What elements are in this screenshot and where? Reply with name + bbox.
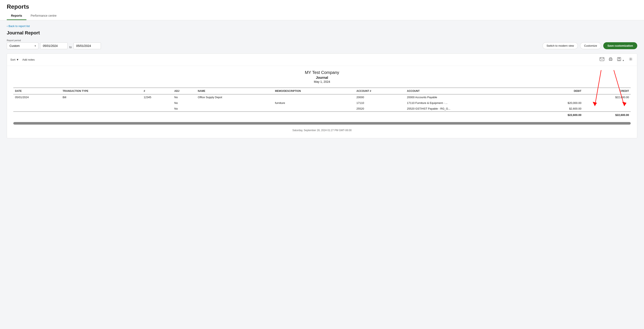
col-account-num: ACCOUNT # <box>355 88 405 94</box>
col-account: ACCOUNT <box>405 88 536 94</box>
horizontal-scrollbar[interactable] <box>13 122 631 124</box>
report-title: Journal Report <box>7 30 637 36</box>
total-row: $22,600.00 $22,600.00 <box>13 112 631 118</box>
col-name: NAME <box>196 88 273 94</box>
col-memo: MEMO/DESCRIPTION <box>273 88 355 94</box>
date-from-input[interactable] <box>40 42 68 49</box>
journal-table: DATE TRANSACTION TYPE # ADJ NAME MEMO/DE… <box>13 88 631 118</box>
back-to-report-list[interactable]: ‹ Back to report list <box>7 24 637 28</box>
tab-bar: Reports Performance centre <box>7 12 637 20</box>
table-row: No 25520 25520 GST/HST Payable - RG_G...… <box>13 106 631 112</box>
tab-reports[interactable]: Reports <box>7 12 26 20</box>
report-card: Sort ▼ Add notes <box>7 54 637 138</box>
col-credit: CREDIT <box>583 88 631 94</box>
col-debit: DEBIT <box>536 88 583 94</box>
email-icon[interactable] <box>599 56 605 63</box>
svg-rect-0 <box>600 58 604 61</box>
sort-chevron-icon: ▼ <box>16 58 19 61</box>
chevron-left-icon: ‹ <box>7 24 8 28</box>
settings-icon[interactable] <box>628 56 634 63</box>
period-select[interactable]: Custom This Month Last Month This Quarte… <box>7 42 38 49</box>
col-adj: ADJ <box>173 88 196 94</box>
add-notes-button[interactable]: Add notes <box>22 58 35 61</box>
period-label: Report period <box>7 39 38 42</box>
svg-point-4 <box>630 58 631 60</box>
report-date: May 1, 2024 <box>13 80 631 84</box>
company-name: MY Test Company <box>13 70 631 75</box>
page-title: Reports <box>7 4 637 12</box>
col-number: # <box>142 88 172 94</box>
to-label: to <box>69 46 72 49</box>
col-transaction-type: TRANSACTION TYPE <box>61 88 142 94</box>
col-date: DATE <box>13 88 61 94</box>
table-row: 05/01/2024 Bill 12345 No Office Supply D… <box>13 94 631 100</box>
tab-performance[interactable]: Performance centre <box>26 12 61 20</box>
print-icon[interactable] <box>608 56 614 63</box>
date-to-input[interactable] <box>74 42 101 49</box>
sort-button[interactable]: Sort ▼ <box>10 58 19 61</box>
switch-to-modern-view-button[interactable]: Switch to modern view <box>542 42 578 49</box>
table-row: No furniture 17110 17110 Furniture & Equ… <box>13 100 631 106</box>
report-footer: Saturday, September 28, 2024 01:27 PM GM… <box>13 129 631 132</box>
report-type-label: Journal <box>13 76 631 80</box>
customize-button[interactable]: Customize <box>580 42 601 49</box>
save-customization-button[interactable]: Save customization <box>603 42 637 49</box>
export-icon[interactable]: ▼ <box>616 56 625 63</box>
